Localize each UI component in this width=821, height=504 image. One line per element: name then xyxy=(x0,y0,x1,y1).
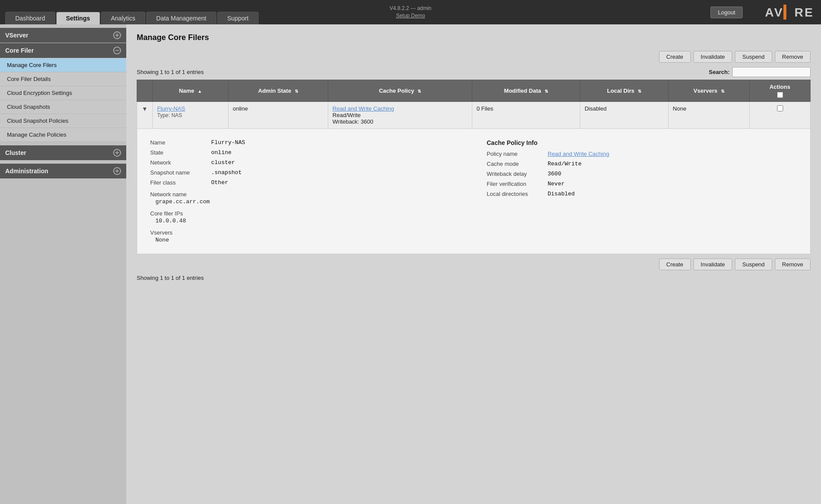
suspend-button-bottom[interactable]: Suspend xyxy=(735,259,772,270)
cache-policy-detail-link[interactable]: Read and Write Caching xyxy=(548,151,609,157)
version-info: V4.8.2.2 --- admin Setup Demo xyxy=(390,5,431,20)
detail-vservers-section: Vservers None xyxy=(150,229,461,243)
bottom-action-bar: Create Invalidate Suspend Remove xyxy=(137,259,811,270)
col-local-dirs[interactable]: Local Dirs ⇅ xyxy=(580,80,668,102)
cache-policy-writeback: Writeback: 3600 xyxy=(333,118,373,125)
detail-columns: Name Flurry-NAS State online Network xyxy=(150,139,797,243)
table-row: ▼ Flurry-NAS Type: NAS online Read and W… xyxy=(137,102,811,129)
cluster-expand-icon: + xyxy=(113,149,121,157)
sidebar-section-administration[interactable]: Administration + xyxy=(0,164,126,178)
col-vservers[interactable]: Vservers ⇅ xyxy=(668,80,750,102)
table-info-row-top: Showing 1 to 1 of 1 entries Search: xyxy=(137,67,811,77)
tab-analytics[interactable]: Analytics xyxy=(101,12,145,24)
sidebar-item-cloud-snapshot-policies[interactable]: Cloud Snapshot Policies xyxy=(0,114,126,128)
remove-button-bottom[interactable]: Remove xyxy=(775,259,811,270)
sidebar-item-manage-core-filers[interactable]: Manage Core Filers xyxy=(0,58,126,72)
detail-network-name-value: grape.cc.arr.com xyxy=(155,198,461,205)
nav-tabs: Dashboard Settings Analytics Data Manage… xyxy=(5,0,259,24)
admin-state-value: online xyxy=(233,105,248,112)
admin-state-cell: online xyxy=(228,102,328,129)
local-dirs-sort-icon: ⇅ xyxy=(638,89,641,94)
filer-verification-value: Never xyxy=(548,181,565,187)
core-filer-expand-icon: − xyxy=(113,47,121,54)
detail-state-value: online xyxy=(211,149,232,156)
filer-type: Type: NAS xyxy=(157,112,182,118)
detail-cell: Name Flurry-NAS State online Network xyxy=(137,129,811,254)
sidebar-item-core-filer-details[interactable]: Core Filer Details xyxy=(0,72,126,86)
create-button-bottom[interactable]: Create xyxy=(659,259,691,270)
modified-data-value: 0 Files xyxy=(477,105,493,112)
suspend-button-top[interactable]: Suspend xyxy=(735,51,772,63)
layout: VServer + Core Filer − Manage Core Filer… xyxy=(0,24,821,504)
detail-vservers-value: None xyxy=(155,237,461,243)
cache-mode-field: Cache mode Read/Write xyxy=(487,161,797,167)
expand-arrow-icon[interactable]: ▼ xyxy=(142,105,148,112)
detail-row: Name Flurry-NAS State online Network xyxy=(137,129,811,254)
col-expand xyxy=(137,80,153,102)
create-button-top[interactable]: Create xyxy=(659,51,691,63)
local-directories-value: Disabled xyxy=(548,191,575,197)
remove-button-top[interactable]: Remove xyxy=(775,51,811,63)
tab-dashboard[interactable]: Dashboard xyxy=(5,12,55,24)
detail-network-field: Network cluster xyxy=(150,159,461,166)
entries-info-bottom: Showing 1 to 1 of 1 entries xyxy=(137,275,204,281)
col-name[interactable]: Name ▲ xyxy=(153,80,229,102)
sidebar-item-cloud-snapshots[interactable]: Cloud Snapshots xyxy=(0,100,126,114)
tab-support[interactable]: Support xyxy=(217,12,259,24)
sidebar-section-core-filer[interactable]: Core Filer − xyxy=(0,43,126,58)
modified-data-sort-icon: ⇅ xyxy=(545,89,548,94)
modified-data-cell: 0 Files xyxy=(472,102,580,129)
cache-policy-mode: Read/Write xyxy=(333,112,361,118)
actions-select-all-checkbox[interactable] xyxy=(777,92,783,98)
top-action-bar: Create Invalidate Suspend Remove xyxy=(137,51,811,63)
name-cell: Flurry-NAS Type: NAS xyxy=(153,102,229,129)
writeback-delay-field: Writeback delay 3600 xyxy=(487,171,797,177)
col-cache-policy[interactable]: Cache Policy ⇅ xyxy=(328,80,472,102)
col-admin-state[interactable]: Admin State ⇅ xyxy=(228,80,328,102)
detail-network-value: cluster xyxy=(211,159,235,166)
filer-verification-field: Filer verification Never xyxy=(487,181,797,187)
table-info-row-bottom: Showing 1 to 1 of 1 entries xyxy=(137,275,811,281)
detail-filer-class-value: Other xyxy=(211,179,228,186)
detail-snapshot-value: .snapshot xyxy=(211,169,242,176)
sidebar-section-cluster[interactable]: Cluster + xyxy=(0,145,126,160)
vserver-expand-icon: + xyxy=(113,31,121,39)
col-actions: Actions xyxy=(750,80,811,102)
detail-name-field: Name Flurry-NAS xyxy=(150,139,461,146)
tab-settings[interactable]: Settings xyxy=(56,12,100,24)
core-filers-table: Name ▲ Admin State ⇅ Cache Policy ⇅ Modi… xyxy=(137,80,811,254)
filer-name-link[interactable]: Flurry-NAS xyxy=(157,105,185,112)
cache-policy-sort-icon: ⇅ xyxy=(417,89,421,94)
sidebar-item-manage-cache-policies[interactable]: Manage Cache Policies xyxy=(0,128,126,142)
tab-data-management[interactable]: Data Management xyxy=(146,12,216,24)
sidebar: VServer + Core Filer − Manage Core Filer… xyxy=(0,24,126,504)
invalidate-button-top[interactable]: Invalidate xyxy=(693,51,733,63)
cache-policy-cell: Read and Write Caching Read/Write Writeb… xyxy=(328,102,472,129)
vservers-cell: None xyxy=(668,102,750,129)
row-checkbox[interactable] xyxy=(777,105,783,111)
main-content: Manage Core Filers Create Invalidate Sus… xyxy=(126,24,821,504)
detail-ips-value: 10.0.0.48 xyxy=(155,218,461,224)
detail-ips-section: Core filer IPs 10.0.0.48 xyxy=(150,210,461,224)
logout-button[interactable]: Logout xyxy=(710,7,743,18)
administration-expand-icon: + xyxy=(113,167,121,175)
expand-cell[interactable]: ▼ xyxy=(137,102,153,129)
invalidate-button-bottom[interactable]: Invalidate xyxy=(693,259,733,270)
page-title: Manage Core Filers xyxy=(137,33,811,42)
topbar: Dashboard Settings Analytics Data Manage… xyxy=(0,0,821,24)
writeback-delay-value: 3600 xyxy=(548,171,561,177)
search-area: Search: xyxy=(709,67,811,77)
sidebar-item-cloud-encryption-settings[interactable]: Cloud Encryption Settings xyxy=(0,86,126,100)
cache-policy-link[interactable]: Read and Write Caching xyxy=(333,105,394,112)
detail-panel: Name Flurry-NAS State online Network xyxy=(141,132,806,250)
search-input[interactable] xyxy=(732,67,811,77)
admin-state-sort-icon: ⇅ xyxy=(295,89,298,94)
avere-logo: AV▎RE xyxy=(765,5,814,20)
entries-info-top: Showing 1 to 1 of 1 entries xyxy=(137,69,204,75)
name-sort-icon: ▲ xyxy=(198,89,202,94)
detail-snapshot-field: Snapshot name .snapshot xyxy=(150,169,461,176)
table-header-row: Name ▲ Admin State ⇅ Cache Policy ⇅ Modi… xyxy=(137,80,811,102)
sidebar-section-vserver[interactable]: VServer + xyxy=(0,28,126,43)
actions-cell xyxy=(750,102,811,129)
col-modified-data[interactable]: Modified Data ⇅ xyxy=(472,80,580,102)
